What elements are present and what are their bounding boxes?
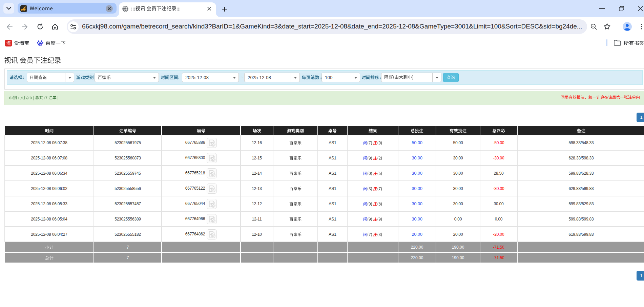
svg-text:du: du [39,43,42,45]
